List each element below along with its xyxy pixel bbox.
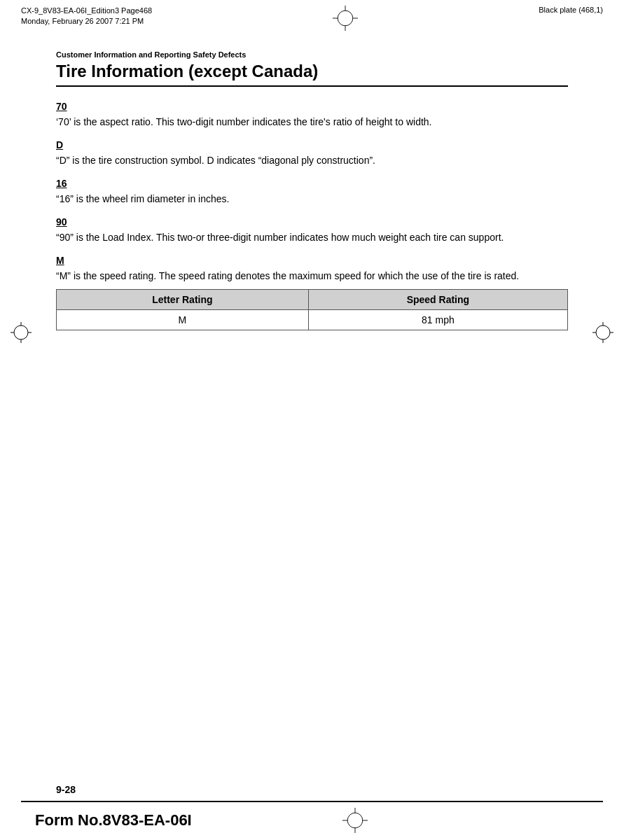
section-70: 70 ‘70’ is the aspect ratio. This two-di… <box>56 101 568 130</box>
speed-rating-table: Letter Rating Speed Rating M 81 mph <box>56 289 568 330</box>
crosshair-svg-bottom <box>342 808 368 833</box>
header-left: CX-9_8V83-EA-06I_Edition3 Page468 Monday… <box>21 6 152 27</box>
definition-m: “M” is the speed rating. The speed ratin… <box>56 269 568 284</box>
header-center <box>333 6 358 31</box>
term-70: 70 <box>56 101 568 112</box>
header-plate: Black plate (468,1) <box>539 6 603 14</box>
header-right: Black plate (468,1) <box>539 6 603 14</box>
table-header-row: Letter Rating Speed Rating <box>57 290 568 310</box>
page-title: Tire Information (except Canada) <box>56 62 568 81</box>
crosshair-icon-top <box>333 6 358 31</box>
term-90: 90 <box>56 216 568 227</box>
svg-point-0 <box>338 10 353 26</box>
table-header-letter: Letter Rating <box>57 290 309 310</box>
definition-70: ‘70’ is the aspect ratio. This two-digit… <box>56 115 568 130</box>
table-cell-letter: M <box>57 310 309 330</box>
section-d: D “D” is the tire construction symbol. D… <box>56 139 568 168</box>
term-m: M <box>56 255 568 266</box>
section-16: 16 “16” is the wheel rim diameter in inc… <box>56 178 568 206</box>
footer-bar: Form No.8V83-EA-06I <box>21 801 603 833</box>
title-divider <box>56 85 568 87</box>
bottom-footer: 9-28 Form No.8V83-EA-06I <box>0 777 624 840</box>
table-cell-speed: 81 mph <box>308 310 567 330</box>
table-row: M 81 mph <box>57 310 568 330</box>
term-16: 16 <box>56 178 568 189</box>
definition-d: “D” is the tire construction symbol. D i… <box>56 153 568 168</box>
header-line1: CX-9_8V83-EA-06I_Edition3 Page468 <box>21 6 152 16</box>
section-90: 90 “90” is the Load Index. This two-or t… <box>56 216 568 245</box>
main-content: Customer Information and Reporting Safet… <box>0 36 624 368</box>
top-header: CX-9_8V83-EA-06I_Edition3 Page468 Monday… <box>0 0 624 36</box>
header-line2: Monday, February 26 2007 7:21 PM <box>21 16 152 27</box>
term-d: D <box>56 139 568 150</box>
definition-16: “16” is the wheel rim diameter in inches… <box>56 192 568 206</box>
table-header-speed: Speed Rating <box>308 290 567 310</box>
crosshair-icon-bottom <box>342 808 368 833</box>
svg-point-15 <box>348 813 363 828</box>
section-m: M “M” is the speed rating. The speed rat… <box>56 255 568 330</box>
section-label: Customer Information and Reporting Safet… <box>56 50 568 59</box>
page-number: 9-28 <box>21 784 603 795</box>
page: CX-9_8V83-EA-06I_Edition3 Page468 Monday… <box>0 0 624 840</box>
definition-90: “90” is the Load Index. This two-or thre… <box>56 230 568 245</box>
form-number: Form No.8V83-EA-06I <box>21 811 192 830</box>
